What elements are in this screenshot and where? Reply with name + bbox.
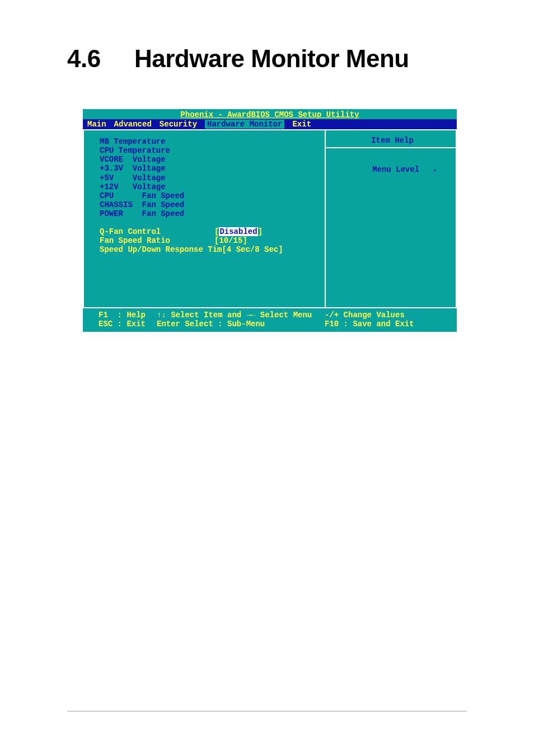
menu-level-arrow-icon: ▸ — [433, 167, 437, 173]
readonly-item: CPU Temperature — [100, 146, 319, 155]
bios-title: Phoenix - AwardBIOS CMOS Setup Utility — [83, 109, 457, 119]
tab-security[interactable]: Security — [160, 120, 197, 129]
bios-body: MB Temperature CPU Temperature VCORE Vol… — [83, 129, 457, 308]
readonly-item: VCORE Voltage — [100, 155, 319, 164]
footer-nav: ↑↓ Select Item and →← Select Menu — [157, 311, 325, 320]
page-footer-rule — [67, 711, 467, 712]
menu-level-label: Menu Level — [372, 165, 419, 174]
setting-value: 10/15 — [219, 236, 242, 245]
setting-speed-response-time[interactable]: Speed Up/Down Response Tim[4 Sec/8 Sec] — [100, 245, 319, 254]
setting-q-fan-control[interactable]: Q-Fan Control[Disabled] — [100, 227, 319, 236]
readonly-item: +5V Voltage — [100, 173, 319, 182]
readonly-item: POWER Fan Speed — [100, 209, 319, 218]
setting-value: 4 Sec/8 Sec — [227, 245, 278, 254]
tab-exit[interactable]: Exit — [292, 120, 311, 129]
heading-number: 4.6 — [67, 45, 134, 73]
readonly-item: MB Temperature — [100, 137, 319, 146]
bios-footer: F1 : Help ↑↓ Select Item and →← Select M… — [83, 308, 457, 332]
readonly-item: CHASSIS Fan Speed — [100, 200, 319, 209]
footer-change-values: -/+ Change Values — [325, 311, 448, 320]
readonly-item: CPU Fan Speed — [100, 191, 319, 200]
bios-right-panel: Item Help Menu Level ▸ — [326, 129, 457, 308]
readonly-item: +3.3V Voltage — [100, 164, 319, 173]
tab-advanced[interactable]: Advanced — [114, 120, 152, 129]
bios-window: Phoenix - AwardBIOS CMOS Setup Utility M… — [83, 109, 457, 332]
tab-hardware-monitor[interactable]: Hardware Monitor — [205, 120, 284, 129]
footer-esc-exit: ESC : Exit — [99, 320, 157, 328]
setting-value: Disabled — [219, 227, 257, 236]
page-heading: 4.6Hardware Monitor Menu — [67, 45, 409, 73]
bracket-open: [ — [222, 245, 226, 254]
setting-label: Speed Up/Down Response Tim — [100, 245, 222, 254]
bracket-close: ] — [258, 227, 263, 236]
setting-fan-speed-ratio[interactable]: Fan Speed Ratio[10/15] — [100, 236, 319, 245]
bracket-open: [ — [214, 227, 219, 236]
footer-f1-help: F1 : Help — [99, 311, 157, 320]
readonly-item: +12V Voltage — [100, 182, 319, 191]
item-help-title: Item Help — [335, 136, 450, 145]
footer-f10-save: F10 : Save and Exit — [325, 320, 448, 328]
setting-label: Q-Fan Control — [100, 227, 214, 236]
bracket-open: [ — [214, 236, 219, 245]
bios-menu-bar: Main Advanced Security Hardware Monitor … — [83, 119, 457, 129]
footer-enter-submenu: Enter Select : Sub-Menu — [157, 320, 325, 328]
menu-level: Menu Level ▸ — [335, 156, 450, 183]
bracket-close: ] — [242, 236, 247, 245]
bios-left-panel: MB Temperature CPU Temperature VCORE Vol… — [83, 129, 326, 308]
heading-title: Hardware Monitor Menu — [134, 45, 409, 72]
setting-label: Fan Speed Ratio — [100, 236, 214, 245]
tab-main[interactable]: Main — [87, 120, 106, 129]
bracket-close: ] — [278, 245, 283, 254]
